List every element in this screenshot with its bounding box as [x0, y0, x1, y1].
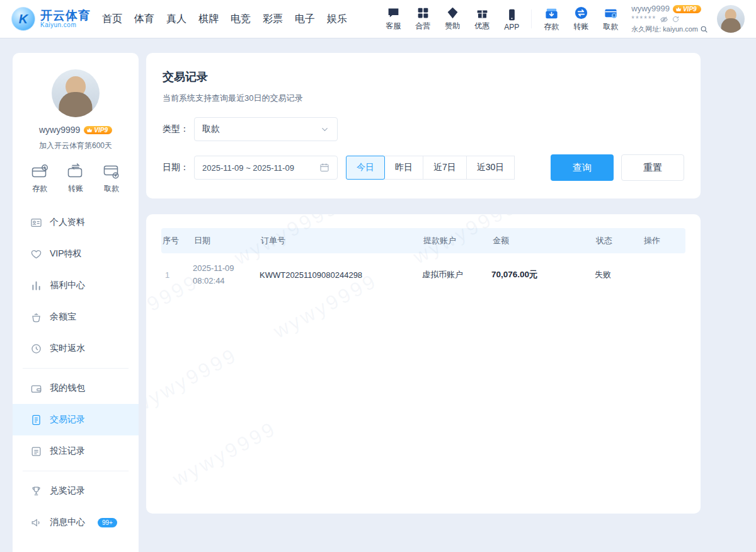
type-label: 类型： — [163, 124, 194, 135]
heart-icon — [30, 248, 42, 260]
table-header-row: 序号 日期 订单号 提款账户 金额 状态 操作 — [161, 228, 685, 253]
app-link[interactable]: APP — [501, 8, 522, 32]
deposit-link[interactable]: 存款 — [541, 6, 562, 32]
sidebar-item-rebate[interactable]: 实时返水 — [13, 333, 139, 364]
eye-off-icon[interactable] — [660, 15, 668, 24]
money-pot-icon — [30, 311, 42, 323]
partner-link[interactable]: 合营 — [412, 6, 433, 32]
brand-name: 开云体育 — [40, 9, 91, 22]
col-header-amount: 金额 — [491, 235, 595, 246]
service-link[interactable]: 客服 — [382, 6, 404, 32]
quick-date-7days[interactable]: 近7日 — [423, 156, 467, 180]
profile-vip-badge: VIP9 — [84, 126, 112, 134]
permanent-url: 永久网址: kaiyun.com — [631, 25, 698, 33]
main-content: 交易记录 当前系统支持查询最近30日的交易记录 类型： 取款 日期： 2025-… — [146, 53, 701, 552]
transfer-card-icon — [66, 163, 85, 180]
table-row: 1 2025-11-09 08:02:44 KWWT20251109080244… — [161, 253, 685, 296]
page-title: 交易记录 — [163, 69, 684, 84]
id-card-icon — [30, 217, 42, 229]
sidebar-item-welfare[interactable]: 福利中心 — [13, 270, 139, 301]
sidebar-menu: 个人资料 VIP特权 福利中心 余额宝 实时返水 我的钱包 — [13, 207, 139, 538]
chevron-down-icon — [320, 125, 329, 134]
bar-chart-icon — [30, 280, 42, 292]
type-select[interactable]: 取款 — [194, 117, 338, 141]
deposit-card-icon — [30, 163, 49, 180]
withdraw-icon — [604, 6, 618, 20]
sidebar-item-transactions[interactable]: 交易记录 — [13, 404, 139, 435]
sidebar-item-messages[interactable]: 消息中心 99+ — [13, 507, 139, 538]
nav-item-esports[interactable]: 电竞 — [231, 13, 251, 26]
quick-links: 客服 合营 赞助 优惠 APP — [382, 6, 522, 32]
date-range-input[interactable]: 2025-11-09 ~ 2025-11-09 — [194, 156, 338, 180]
masked-balance: ****** — [631, 15, 656, 24]
withdraw-link[interactable]: 取款 — [600, 6, 621, 32]
nav-item-lottery[interactable]: 彩票 — [263, 13, 283, 26]
brand-logo-icon: K — [11, 7, 35, 31]
speaker-icon — [30, 517, 42, 529]
nav-item-entertainment[interactable]: 娱乐 — [327, 13, 347, 26]
cell-date: 2025-11-09 08:02:44 — [193, 262, 260, 287]
watermark-text: wywy9999 — [169, 417, 281, 491]
search-button[interactable]: 查询 — [551, 154, 614, 181]
date-range-value: 2025-11-09 ~ 2025-11-09 — [202, 163, 294, 173]
cell-index: 1 — [161, 270, 193, 280]
cell-amount: 70,076.00元 — [491, 269, 595, 280]
sidebar-transfer-button[interactable]: 转账 — [65, 163, 86, 194]
withdraw-card-icon — [102, 163, 121, 180]
nav-item-home[interactable]: 首页 — [102, 13, 122, 26]
brand-logo[interactable]: K 开云体育 Kaiyun.com — [11, 7, 91, 31]
transfer-icon — [574, 6, 588, 20]
main-nav: 首页 体育 真人 棋牌 电竞 彩票 电子 娱乐 — [102, 13, 347, 26]
menu-divider — [23, 368, 129, 369]
col-header-status: 状态 — [595, 235, 643, 246]
nav-item-chess[interactable]: 棋牌 — [198, 13, 219, 26]
refresh-icon[interactable] — [672, 15, 680, 23]
sidebar-item-yuebao[interactable]: 余额宝 — [13, 301, 139, 333]
nav-item-slots[interactable]: 电子 — [295, 13, 315, 26]
profile-avatar[interactable] — [52, 69, 100, 117]
clock-icon — [30, 343, 42, 355]
nav-item-live[interactable]: 真人 — [166, 13, 186, 26]
records-table-card: wywy9999 wywy9999 wywy9999 wywy9999 wywy… — [146, 214, 701, 514]
sidebar-wallet-actions: 存款 转账 取款 — [13, 151, 139, 204]
crown-icon — [86, 127, 93, 133]
menu-divider — [23, 471, 129, 471]
transfer-link[interactable]: 转账 — [570, 6, 592, 32]
promo-link[interactable]: 优惠 — [471, 6, 493, 32]
navbar-username: wywy9999 — [631, 4, 670, 14]
search-icon[interactable] — [700, 25, 708, 33]
sidebar-withdraw-button[interactable]: 取款 — [101, 163, 122, 194]
sidebar-item-wallet[interactable]: 我的钱包 — [13, 372, 139, 404]
cell-status: 失败 — [595, 269, 643, 280]
sidebar-item-prizes[interactable]: 兑奖记录 — [13, 475, 139, 507]
phone-icon — [505, 8, 518, 21]
sidebar-item-bets[interactable]: 投注记录 — [13, 435, 139, 467]
reset-button[interactable]: 重置 — [621, 154, 684, 181]
sidebar-item-profile[interactable]: 个人资料 — [13, 207, 139, 238]
sidebar-item-vip[interactable]: VIP特权 — [13, 238, 139, 270]
user-avatar[interactable] — [717, 5, 745, 33]
cell-order-no: KWWT20251109080244298 — [260, 270, 422, 280]
wallet-links: 存款 转账 取款 — [541, 6, 621, 32]
sidebar-deposit-button[interactable]: 存款 — [29, 163, 50, 194]
nav-item-sports[interactable]: 体育 — [134, 13, 154, 26]
deposit-icon — [544, 6, 559, 20]
profile-username: wywy9999 — [39, 125, 80, 135]
trophy-icon — [30, 485, 42, 497]
unread-count-badge: 99+ — [98, 518, 117, 527]
quick-date-yesterday[interactable]: 昨日 — [384, 156, 423, 180]
crown-icon — [675, 6, 682, 12]
col-header-index: 序号 — [161, 235, 193, 246]
brand-domain: Kaiyun.com — [40, 22, 91, 29]
join-days-text: 加入开云体育第600天 — [13, 141, 139, 151]
quick-date-30days[interactable]: 近30日 — [466, 156, 515, 180]
wallet-icon — [30, 382, 42, 394]
sponsor-link[interactable]: 赞助 — [442, 6, 463, 32]
page-subtitle: 当前系统支持查询最近30日的交易记录 — [163, 93, 684, 104]
gift-icon — [476, 6, 489, 20]
quick-date-today[interactable]: 今日 — [346, 156, 385, 180]
col-header-order: 订单号 — [260, 235, 422, 246]
filter-card: 交易记录 当前系统支持查询最近30日的交易记录 类型： 取款 日期： 2025-… — [146, 53, 701, 198]
watermark-text: wywy9999 — [146, 343, 241, 417]
type-select-value: 取款 — [202, 124, 220, 135]
